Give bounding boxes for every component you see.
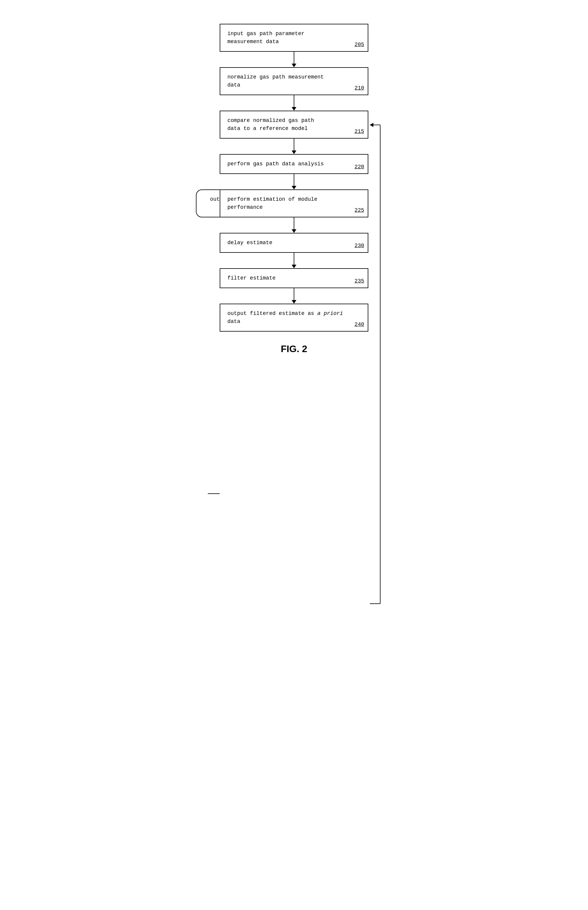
box-215: compare normalized gas path data to a re… [220, 111, 368, 139]
svg-marker-3 [370, 123, 373, 127]
diagram-container: input gas path parameter measurement dat… [190, 12, 398, 354]
box-205: input gas path parameter measurement dat… [220, 24, 368, 52]
arrow-215-220 [292, 139, 296, 154]
row-225: output 245 perform estimation of module … [196, 189, 392, 217]
arrow-225-230 [292, 217, 296, 233]
box-230: delay estimate 230 [220, 233, 368, 253]
arrow-230-235 [292, 253, 296, 268]
arrow-220-225 [292, 174, 296, 189]
box-210: normalize gas path measurement data 210 [220, 67, 368, 95]
box-220: perform gas path data analysis 220 [220, 154, 368, 174]
arrow-235-240 [292, 288, 296, 304]
arrow-205-210 [292, 52, 296, 67]
figure-caption: FIG. 2 [281, 343, 307, 354]
box-225: perform estimation of module performance… [220, 189, 368, 217]
box-235: filter estimate 235 [220, 268, 368, 288]
box-240: output filtered estimate as a prioridata… [220, 304, 368, 331]
arrow-210-215 [292, 95, 296, 111]
box-240-label: output filtered estimate as a prioridata [228, 310, 343, 325]
